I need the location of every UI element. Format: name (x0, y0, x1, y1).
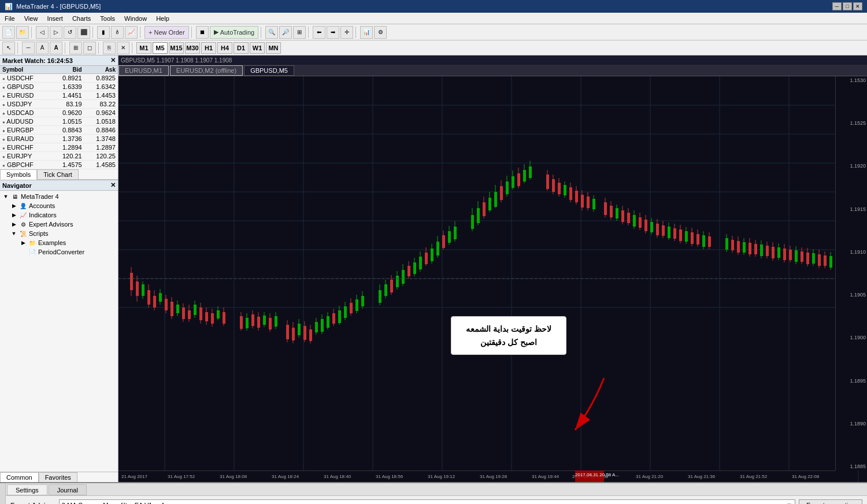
sep10 (98, 42, 101, 54)
period-w1[interactable]: W1 (250, 42, 265, 54)
market-watch-close[interactable]: ✕ (110, 57, 116, 64)
mw-symbol: ● EURJPY (0, 152, 50, 161)
select-button[interactable]: ◻ (83, 42, 96, 54)
mw-bid: 1.4451 (50, 91, 84, 100)
forward-button[interactable]: ▷ (50, 26, 62, 39)
menu-tools[interactable]: Tools (95, 14, 120, 23)
chart-tab-gbpusd-m5[interactable]: GBPUSD,M5 (244, 65, 294, 76)
nav-tab-common[interactable]: Common (0, 472, 39, 482)
time-8: 31 Aug 19:44 (532, 474, 559, 479)
menu-insert[interactable]: Insert (42, 14, 68, 23)
nav-expand-ea[interactable]: ▶ (10, 221, 17, 228)
new-button[interactable]: 📄 (2, 26, 15, 39)
nav-item-indicators[interactable]: ▶ 📈 Indicators (1, 210, 117, 220)
st-tab-settings[interactable]: Settings (7, 484, 47, 495)
expert-properties-button[interactable]: Expert properties (799, 499, 862, 504)
menu-view[interactable]: View (20, 14, 43, 23)
close-button[interactable]: ✕ (853, 2, 862, 10)
nav-item-examples[interactable]: ▶ 📁 Examples (1, 238, 117, 247)
indicator-button[interactable]: 📊 (360, 26, 373, 39)
bold-text-button[interactable]: A (50, 42, 62, 54)
market-watch-row[interactable]: ● USDCHF 0.8921 0.8925 (0, 74, 118, 83)
zoom-in-button[interactable]: 🔍 (265, 26, 278, 39)
price-1890: 1.1890 (837, 421, 866, 427)
chart-tab-eurusd-m2[interactable]: EURUSD,M2 (offline) (170, 65, 243, 76)
menu-charts[interactable]: Charts (68, 14, 95, 23)
autotrading-button[interactable]: ▶ AutoTrading (210, 26, 259, 39)
market-watch-row[interactable]: ● EURGBP 0.8843 0.8846 (0, 126, 118, 135)
chart-zoom-button[interactable]: ⊞ (293, 26, 306, 39)
nav-item-metatrader4[interactable]: ▼ 🖥 MetaTrader 4 (1, 192, 117, 201)
period-mn[interactable]: MN (266, 42, 281, 54)
open-button[interactable]: 📁 (16, 26, 29, 39)
st-vertical-tab[interactable]: ▼ (0, 483, 6, 504)
market-watch-row[interactable]: ● GBPCHF 1.4575 1.4585 (0, 161, 118, 169)
arrow-right-button[interactable]: ➡ (327, 26, 339, 39)
time-11: 31 Aug 21:36 (688, 474, 715, 479)
mw-ask: 0.8925 (84, 74, 118, 83)
navigator-close[interactable]: ✕ (110, 181, 116, 189)
market-watch-row[interactable]: ● EURAUD 1.3736 1.3748 (0, 135, 118, 143)
market-watch-row[interactable]: ● USDCAD 0.9620 0.9624 (0, 109, 118, 117)
market-watch-row[interactable]: ● EURCHF 1.2894 1.2897 (0, 143, 118, 152)
mw-tab-symbols[interactable]: Symbols (0, 169, 37, 180)
mw-symbol: ● USDCHF (0, 74, 50, 83)
price-1525: 1.1525 (837, 120, 866, 126)
sep3 (140, 27, 142, 38)
nav-expand-examples[interactable]: ▶ (20, 239, 27, 246)
period-m5[interactable]: M5 (153, 42, 168, 54)
maximize-button[interactable]: □ (843, 2, 852, 10)
tbx-button[interactable]: ⊞ (69, 42, 82, 54)
chart-canvas[interactable]: 1.1530 1.1525 1.1920 1.1915 1.1910 1.190… (118, 76, 867, 482)
chart-line-button[interactable]: 📈 (125, 26, 138, 39)
nav-item-scripts[interactable]: ▼ 📜 Scripts (1, 229, 117, 238)
nav-tab-favorites[interactable]: Favorites (39, 472, 77, 482)
nav-item-expert-advisors[interactable]: ▶ ⚙ Expert Advisors (1, 220, 117, 229)
nav-expand-mt4[interactable]: ▼ (2, 193, 9, 200)
minimize-button[interactable]: ─ (832, 2, 842, 10)
line-button[interactable]: ─ (22, 42, 35, 54)
arrow-left-button[interactable]: ⬅ (313, 26, 325, 39)
period-h4[interactable]: H4 (217, 42, 232, 54)
stop-trading-button[interactable]: ⏹ (196, 26, 209, 39)
nav-item-accounts[interactable]: ▶ 👤 Accounts (1, 201, 117, 210)
menu-file[interactable]: File (0, 14, 20, 23)
st-ea-dropdown[interactable]: 2 MA Crosses Mega filter EA V1.ex4 ▼ (59, 499, 795, 504)
period-h1[interactable]: H1 (201, 42, 216, 54)
chart-tab-eurusd-m1[interactable]: EURUSD,M1 (118, 65, 169, 76)
zoom-out-button[interactable]: 🔎 (279, 26, 292, 39)
crosshair-button[interactable]: ✛ (340, 26, 353, 39)
market-watch-row[interactable]: ● EURJPY 120.21 120.25 (0, 152, 118, 161)
nav-item-period-converter[interactable]: ▶ 📄 PeriodConverter (1, 247, 117, 257)
chart-bar-button[interactable]: ▮ (97, 26, 110, 39)
market-watch-row[interactable]: ● USDJPY 83.19 83.22 (0, 100, 118, 109)
period-m15[interactable]: M15 (169, 42, 184, 54)
back-button[interactable]: ◁ (36, 26, 49, 39)
reload-button[interactable]: ↺ (64, 26, 76, 39)
cursor-button[interactable]: ↖ (2, 42, 15, 54)
nav-expand-scripts[interactable]: ▼ (10, 230, 17, 237)
annotation-box: لاحظ توقيت بداية الشمعه اصبح كل دقيقتين (451, 316, 566, 355)
text-button[interactable]: A (36, 42, 49, 54)
period-d1[interactable]: D1 (234, 42, 249, 54)
menu-window[interactable]: Window (120, 14, 151, 23)
st-tab-journal[interactable]: Journal (49, 484, 87, 495)
toolbar1: 📄 📁 ◁ ▷ ↺ ⬛ ▮ 🕯 📈 + New Order ⏹ ▶ AutoTr… (0, 24, 867, 40)
period-m30[interactable]: M30 (185, 42, 200, 54)
menu-help[interactable]: Help (151, 14, 174, 23)
nav-expand-indicators[interactable]: ▶ (10, 212, 17, 218)
market-watch-row[interactable]: ● EURUSD 1.4451 1.4453 (0, 91, 118, 100)
chart-candle-button[interactable]: 🕯 (111, 26, 124, 39)
market-watch-row[interactable]: ● GBPUSD 1.6339 1.6342 (0, 83, 118, 91)
settings-button[interactable]: ⚙ (374, 26, 387, 39)
stop-button[interactable]: ⬛ (77, 26, 90, 39)
new-order-button[interactable]: + New Order (144, 26, 189, 39)
copy-button[interactable]: ⎘ (103, 42, 116, 54)
new-order-label: New Order (154, 29, 184, 36)
indicators-icon: 📈 (19, 211, 27, 219)
period-m1[interactable]: M1 (136, 42, 151, 54)
delete-button[interactable]: ✕ (117, 42, 129, 54)
nav-expand-accounts[interactable]: ▶ (10, 202, 17, 209)
market-watch-row[interactable]: ● AUDUSD 1.0515 1.0518 (0, 117, 118, 126)
mw-tab-tick[interactable]: Tick Chart (37, 169, 79, 179)
